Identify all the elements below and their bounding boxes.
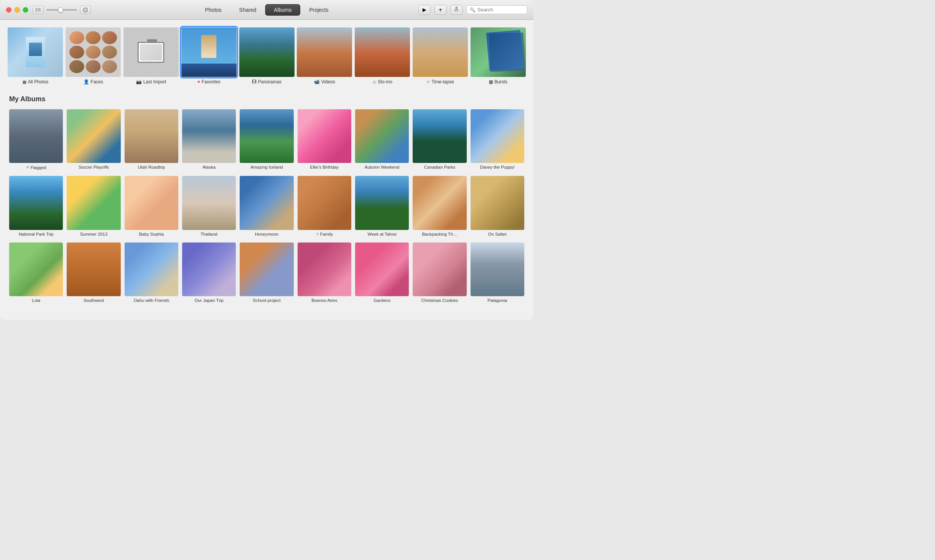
album-school-project[interactable]: School project	[240, 243, 293, 303]
album-honeymoon[interactable]: Honeymoon	[240, 176, 293, 236]
sidebar-toggle-button[interactable]	[33, 6, 43, 14]
search-input[interactable]	[477, 7, 524, 13]
album-on-safari[interactable]: On Safari	[471, 176, 524, 236]
video-icon: 📹	[314, 79, 320, 85]
search-icon: 🔍	[470, 7, 476, 13]
album-southwest[interactable]: Southwest	[67, 243, 120, 303]
smart-album-time-lapse[interactable]: ✳ Time-lapse	[414, 27, 466, 85]
svg-rect-2	[38, 10, 41, 10]
album-backpacking[interactable]: Backpacking Th…	[413, 176, 466, 236]
album-canadian-parks[interactable]: Canadian Parks	[413, 109, 466, 170]
album-amazing-iceland[interactable]: Amazing Iceland	[240, 109, 293, 170]
album-family[interactable]: ✳ Family	[298, 176, 351, 236]
album-week-at-tahoe[interactable]: Week at Tahoe	[355, 176, 409, 236]
southwest-label: Southwest	[83, 298, 104, 303]
gardens-label: Gardens	[374, 298, 391, 303]
lola-thumb	[9, 243, 63, 296]
smart-album-favorites[interactable]: ♥ Favorites	[183, 27, 235, 85]
smart-album-videos[interactable]: 📹 Videos	[298, 27, 351, 85]
our-japan-trip-label: Our Japan Trip	[195, 298, 224, 303]
maximize-button[interactable]	[23, 7, 28, 13]
slideshow-button[interactable]: ▶	[418, 5, 431, 15]
tab-photos[interactable]: Photos	[196, 4, 231, 16]
christmas-cookies-label: Christmas Cookies	[421, 298, 458, 303]
bursts-label: ▦ Bursts	[489, 79, 508, 85]
album-ellies-birthday[interactable]: Ellie's Birthday	[298, 109, 351, 170]
album-autumn-weekend[interactable]: Autumn Weekend	[355, 109, 409, 170]
album-buenos-aires[interactable]: Buenos Aires	[298, 243, 351, 303]
soccer-playoffs-thumb	[67, 109, 120, 163]
alaska-label: Alaska	[202, 165, 216, 169]
lola-label: Lola	[32, 298, 40, 303]
zoom-slider-thumb[interactable]	[58, 7, 63, 13]
zoom-slider[interactable]	[46, 9, 77, 11]
search-box[interactable]: 🔍	[466, 5, 527, 14]
album-davey-puppy[interactable]: Davey the Puppy!	[471, 109, 524, 170]
oahu-with-friends-label: Oahu with Friends	[134, 298, 169, 303]
smart-album-last-import[interactable]: 📷 Last Import	[125, 27, 178, 85]
album-lola[interactable]: Lola	[9, 243, 63, 303]
smart-album-all-photos[interactable]: ▦ All Photos	[9, 27, 62, 85]
canadian-parks-label: Canadian Parks	[424, 165, 455, 169]
album-our-japan-trip[interactable]: Our Japan Trip	[182, 243, 236, 303]
last-import-label: 📷 Last Import	[136, 79, 166, 85]
thailand-label: Thailand	[201, 232, 218, 236]
album-soccer-playoffs[interactable]: Soccer Playoffs	[67, 109, 120, 170]
davey-puppy-thumb	[471, 109, 524, 163]
gardens-thumb	[355, 243, 409, 296]
svg-rect-5	[84, 9, 86, 11]
album-national-park-trip[interactable]: National Park Trip	[9, 176, 63, 236]
slo-mo-icon: ◎	[373, 80, 376, 85]
add-button[interactable]: +	[434, 5, 447, 15]
titlebar: Photos Shared Albums Projects ▶ +	[0, 0, 533, 20]
album-summer-2013[interactable]: Summer 2013	[67, 176, 120, 236]
play-icon: ▶	[423, 7, 426, 13]
minimize-button[interactable]	[14, 7, 20, 13]
album-oahu-with-friends[interactable]: Oahu with Friends	[125, 243, 178, 303]
timelapse-icon: ✳	[426, 80, 430, 85]
fullscreen-button[interactable]	[80, 6, 91, 14]
utah-roadtrip-thumb	[125, 109, 178, 163]
flagged-icon: ✳	[26, 165, 29, 170]
heart-icon: ♥	[197, 79, 200, 85]
davey-puppy-label: Davey the Puppy!	[480, 165, 515, 169]
album-christmas-cookies[interactable]: Christmas Cookies	[413, 243, 466, 303]
patagonia-label: Patagonia	[487, 298, 507, 303]
baby-sophia-label: Baby Sophia	[139, 232, 164, 236]
album-flagged[interactable]: ✳ Flagged	[9, 109, 63, 170]
all-photos-thumb	[8, 27, 63, 77]
share-button[interactable]	[450, 5, 463, 15]
album-patagonia[interactable]: Patagonia	[471, 243, 524, 303]
summer-2013-thumb	[67, 176, 120, 230]
album-baby-sophia[interactable]: Baby Sophia	[125, 176, 178, 236]
bursts-thumb	[471, 27, 526, 77]
favorites-thumb	[181, 27, 237, 77]
main-content: ▦ All Photos 👤	[0, 20, 533, 320]
all-photos-label: ▦ All Photos	[22, 79, 48, 85]
nav-tabs: Photos Shared Albums Projects	[196, 4, 337, 16]
buenos-aires-thumb	[298, 243, 351, 296]
titlebar-right: ▶ + 🔍	[418, 5, 527, 15]
southwest-thumb	[67, 243, 120, 296]
smart-album-bursts[interactable]: ▦ Bursts	[472, 27, 524, 85]
thailand-thumb	[182, 176, 236, 230]
tab-projects[interactable]: Projects	[300, 4, 337, 16]
smart-album-slo-mo[interactable]: ◎ Slo-mo	[356, 27, 409, 85]
traffic-lights	[6, 7, 28, 13]
utah-roadtrip-label: Utah Roadtrip	[138, 165, 165, 169]
album-alaska[interactable]: Alaska	[182, 109, 236, 170]
album-thailand[interactable]: Thailand	[182, 176, 236, 236]
tab-shared[interactable]: Shared	[231, 4, 265, 16]
tab-albums[interactable]: Albums	[265, 4, 301, 16]
week-at-tahoe-thumb	[355, 176, 409, 230]
svg-rect-0	[35, 8, 37, 12]
close-button[interactable]	[6, 7, 11, 13]
bursts-icon: ▦	[489, 79, 493, 85]
smart-album-panoramas[interactable]: 🎞 Panoramas	[240, 27, 293, 85]
album-utah-roadtrip[interactable]: Utah Roadtrip	[125, 109, 178, 170]
national-park-trip-thumb	[9, 176, 63, 230]
album-gardens[interactable]: Gardens	[355, 243, 409, 303]
favorites-label: ♥ Favorites	[197, 79, 220, 85]
my-albums-title: My Albums	[9, 95, 524, 103]
smart-album-faces[interactable]: 👤 Faces	[67, 27, 120, 85]
